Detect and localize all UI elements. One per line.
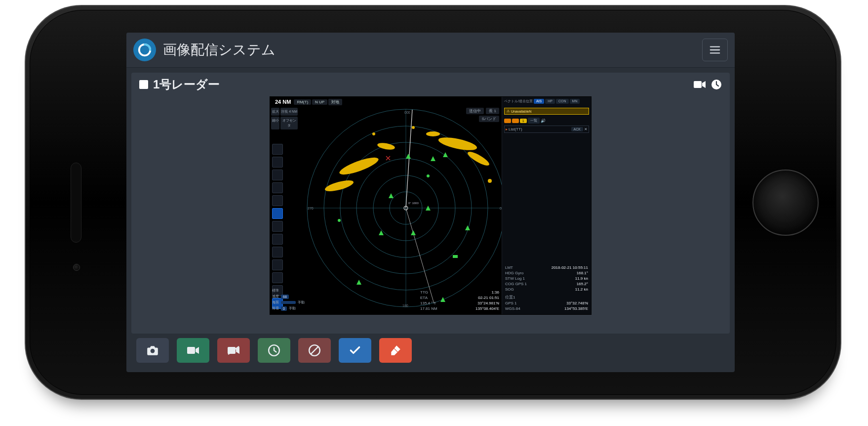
radar-tool-icon[interactable]: [272, 182, 283, 193]
radar-warning[interactable]: ⚠ UnavailableN: [504, 108, 589, 115]
alert-chip[interactable]: [512, 119, 519, 123]
radar-tool-icon[interactable]: [272, 247, 283, 257]
status-chip: MN: [570, 99, 580, 104]
radar-zoom-out-btn[interactable]: 縮小: [271, 117, 279, 129]
check-icon: [349, 344, 361, 357]
radar-zoom-in-btn[interactable]: 拡大: [271, 108, 279, 116]
rain-value[interactable]: 0: [281, 306, 287, 311]
video-panel: 1号レーダー: [131, 73, 730, 334]
schedule-cancel-button[interactable]: [298, 338, 331, 363]
svg-text:270: 270: [308, 207, 314, 210]
radar-range-label: 24 NM: [273, 99, 293, 105]
schedule-button[interactable]: [258, 338, 290, 363]
confirm-button[interactable]: [339, 338, 371, 363]
radar-orient-pill: N UP: [312, 99, 327, 105]
radar-info-chips: ベクトル/過去位置 AIS HP CON MN: [502, 97, 591, 106]
app-screen: 画像配信システム 1号レーダー: [126, 33, 735, 372]
warning-text: UnavailableN: [511, 110, 532, 113]
alert-chip[interactable]: [504, 119, 511, 123]
erase-button[interactable]: [379, 338, 412, 363]
svg-point-22: [377, 142, 395, 151]
hp-chip[interactable]: HP: [545, 99, 555, 104]
radar-scope: 000 090 180 270: [305, 107, 507, 309]
phone-device-frame: 画像配信システム 1号レーダー: [25, 5, 841, 400]
svg-point-36: [151, 349, 155, 353]
radar-display[interactable]: 24 NM RM(T) N UP 対地 画面料度 応答 応諾済み: [270, 96, 592, 315]
clock-icon: [268, 344, 280, 357]
radar-tool-icon[interactable]: [272, 272, 283, 283]
radar-ref-pill: 対地: [328, 99, 342, 105]
svg-text:000: 000: [404, 111, 410, 114]
svg-rect-37: [187, 347, 195, 354]
radar-mode-pill: RM(T): [294, 99, 311, 105]
radar-left-controls: 拡大 注視 4 NM 縮小 オフセンタ: [271, 108, 298, 129]
flag-icon: ▸: [506, 127, 508, 131]
panel-camera-button[interactable]: [693, 80, 706, 89]
radar-tool-icon[interactable]: [272, 234, 283, 245]
video-camera-icon: [187, 344, 199, 357]
close-icon[interactable]: ✕: [584, 127, 588, 131]
radar-tool-icon[interactable]: [272, 208, 283, 219]
record-stop-button[interactable]: [217, 338, 250, 363]
video-area: 24 NM RM(T) N UP 対地 画面料度 応答 応諾済み: [131, 96, 730, 334]
radar-scope-svg: 000 090 180 270: [305, 107, 507, 309]
radar-tool-icon[interactable]: [272, 195, 283, 206]
phone-front-camera: [73, 264, 80, 271]
list-tt-label: List(TT): [509, 127, 522, 131]
ack-button[interactable]: ACK: [571, 127, 583, 131]
phone-speaker-grille: [71, 163, 81, 243]
video-camera-icon: [693, 80, 706, 89]
svg-point-25: [426, 131, 440, 136]
panel-header: 1号レーダー: [131, 73, 730, 96]
radar-offcenter-btn[interactable]: オフセンタ: [280, 117, 298, 129]
panel-clock-button[interactable]: [711, 79, 722, 90]
gain-value[interactable]: 68: [281, 295, 289, 299]
ais-chip[interactable]: AIS: [534, 99, 544, 104]
eraser-icon: [389, 344, 402, 357]
svg-point-28: [488, 179, 492, 183]
radar-tool-icon[interactable]: [272, 221, 283, 232]
ban-icon: [308, 344, 321, 357]
radar-tool-column: [272, 144, 284, 309]
radar-tx-status: 送信中 長 1: [466, 108, 499, 114]
snapshot-button[interactable]: [136, 338, 169, 363]
action-toolbar: [131, 334, 730, 372]
radar-tool-icon[interactable]: [272, 157, 283, 168]
radar-tool-icon[interactable]: [272, 144, 283, 155]
hamburger-icon: [710, 45, 720, 54]
app-logo-icon: [137, 43, 152, 57]
radar-clutter-controls: 標準 感度 68 海面 手動: [272, 288, 346, 311]
sea-clutter-slider[interactable]: [281, 301, 296, 304]
phone-bezel: 画像配信システム 1号レーダー: [30, 10, 836, 395]
panel-title: 1号レーダー: [153, 77, 688, 92]
video-camera-off-icon: [227, 344, 240, 357]
radar-band-status: Sバンド: [479, 116, 499, 122]
menu-button[interactable]: [702, 39, 728, 61]
app-logo[interactable]: [133, 39, 156, 61]
radar-tool-icon[interactable]: [272, 170, 283, 180]
svg-point-31: [427, 174, 430, 177]
svg-text:0° 1000: 0° 1000: [408, 202, 419, 205]
app-title: 画像配信システム: [163, 41, 695, 59]
svg-point-26: [372, 132, 375, 135]
alert-chip[interactable]: 1: [520, 119, 527, 123]
radar-cursor-readout: TTG1:36 ETA02-21 01:51 135.4 ° T33°24.98…: [420, 290, 499, 311]
stop-indicator-icon: [139, 80, 148, 89]
content-area: 1号レーダー: [126, 68, 735, 372]
radar-watch-range-btn[interactable]: 注視 4 NM: [280, 108, 298, 116]
svg-text:180: 180: [402, 304, 408, 307]
radar-tool-icon[interactable]: [272, 259, 283, 270]
svg-point-30: [338, 219, 341, 222]
app-header: 画像配信システム: [126, 33, 735, 68]
svg-line-42: [311, 346, 318, 354]
clock-icon: [711, 79, 722, 90]
camera-icon: [146, 344, 159, 357]
svg-point-20: [338, 154, 380, 178]
svg-rect-29: [453, 255, 458, 258]
phone-home-button[interactable]: [752, 170, 819, 236]
nav-readout: LMT2018-02-21 10:55:11 HDG Gyro168.1° ST…: [502, 263, 591, 314]
svg-point-27: [412, 126, 415, 129]
speaker-icon[interactable]: 🔊: [541, 119, 546, 123]
record-start-button[interactable]: [177, 338, 209, 363]
list-view-chip[interactable]: 一覧: [528, 118, 540, 124]
